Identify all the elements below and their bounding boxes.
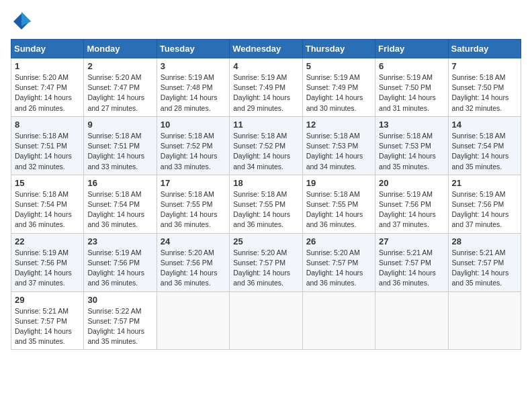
day-number: 19 [306,178,371,188]
calendar-cell: 8 Sunrise: 5:18 AMSunset: 7:51 PMDayligh… [11,116,84,175]
calendar-cell: 29 Sunrise: 5:21 AMSunset: 7:57 PMDaylig… [11,291,84,350]
day-number: 7 [452,61,517,71]
day-number: 21 [452,178,517,188]
day-detail: Sunrise: 5:18 AMSunset: 7:55 PMDaylight:… [161,190,218,229]
day-detail: Sunrise: 5:19 AMSunset: 7:50 PMDaylight:… [379,73,436,112]
day-detail: Sunrise: 5:18 AMSunset: 7:51 PMDaylight:… [15,132,72,171]
day-detail: Sunrise: 5:21 AMSunset: 7:57 PMDaylight:… [15,307,72,346]
calendar-cell [375,291,448,350]
day-detail: Sunrise: 5:18 AMSunset: 7:50 PMDaylight:… [452,73,509,112]
calendar-week-2: 8 Sunrise: 5:18 AMSunset: 7:51 PMDayligh… [11,116,521,175]
calendar-cell: 1 Sunrise: 5:20 AMSunset: 7:47 PMDayligh… [11,58,84,117]
logo [11,11,35,32]
calendar-cell: 23 Sunrise: 5:19 AMSunset: 7:56 PMDaylig… [84,233,157,291]
day-number: 12 [306,120,371,130]
day-number: 1 [15,61,80,71]
day-detail: Sunrise: 5:18 AMSunset: 7:55 PMDaylight:… [233,190,290,229]
day-number: 17 [161,178,226,188]
day-number: 25 [233,236,298,246]
calendar-cell: 20 Sunrise: 5:19 AMSunset: 7:56 PMDaylig… [375,175,448,233]
calendar-cell [157,291,229,350]
day-detail: Sunrise: 5:20 AMSunset: 7:56 PMDaylight:… [161,248,218,287]
day-number: 5 [306,61,371,71]
calendar-cell: 12 Sunrise: 5:18 AMSunset: 7:53 PMDaylig… [302,116,375,175]
calendar-header-sunday: Sunday [11,40,84,58]
day-detail: Sunrise: 5:18 AMSunset: 7:52 PMDaylight:… [233,132,290,171]
day-number: 29 [15,295,80,305]
day-detail: Sunrise: 5:19 AMSunset: 7:56 PMDaylight:… [379,190,436,229]
calendar-cell: 25 Sunrise: 5:20 AMSunset: 7:57 PMDaylig… [230,233,302,291]
day-number: 20 [379,178,444,188]
day-detail: Sunrise: 5:18 AMSunset: 7:55 PMDaylight:… [306,190,363,229]
calendar-cell [302,291,375,350]
calendar-cell: 15 Sunrise: 5:18 AMSunset: 7:54 PMDaylig… [11,175,84,233]
day-detail: Sunrise: 5:19 AMSunset: 7:49 PMDaylight:… [306,73,363,112]
calendar-cell: 10 Sunrise: 5:18 AMSunset: 7:52 PMDaylig… [157,116,229,175]
day-number: 2 [87,61,152,71]
calendar-cell: 14 Sunrise: 5:18 AMSunset: 7:54 PMDaylig… [448,116,521,175]
calendar-cell: 17 Sunrise: 5:18 AMSunset: 7:55 PMDaylig… [157,175,229,233]
calendar-week-5: 29 Sunrise: 5:21 AMSunset: 7:57 PMDaylig… [11,291,521,350]
calendar-cell: 3 Sunrise: 5:19 AMSunset: 7:48 PMDayligh… [157,58,229,117]
day-number: 30 [87,295,152,305]
calendar-cell: 16 Sunrise: 5:18 AMSunset: 7:54 PMDaylig… [84,175,157,233]
day-detail: Sunrise: 5:18 AMSunset: 7:51 PMDaylight:… [87,132,144,171]
day-detail: Sunrise: 5:20 AMSunset: 7:57 PMDaylight:… [306,248,363,287]
calendar-cell: 28 Sunrise: 5:21 AMSunset: 7:57 PMDaylig… [448,233,521,291]
day-number: 23 [87,236,152,246]
calendar-table: SundayMondayTuesdayWednesdayThursdayFrid… [11,39,521,350]
calendar-header-monday: Monday [84,40,157,58]
day-detail: Sunrise: 5:19 AMSunset: 7:56 PMDaylight:… [452,190,509,229]
day-detail: Sunrise: 5:19 AMSunset: 7:56 PMDaylight:… [87,248,144,287]
day-detail: Sunrise: 5:19 AMSunset: 7:56 PMDaylight:… [15,248,72,287]
calendar-cell: 26 Sunrise: 5:20 AMSunset: 7:57 PMDaylig… [302,233,375,291]
day-number: 26 [306,236,371,246]
calendar-cell: 18 Sunrise: 5:18 AMSunset: 7:55 PMDaylig… [230,175,302,233]
calendar-cell [230,291,302,350]
day-number: 14 [452,120,517,130]
calendar-cell: 27 Sunrise: 5:21 AMSunset: 7:57 PMDaylig… [375,233,448,291]
calendar-cell: 4 Sunrise: 5:19 AMSunset: 7:49 PMDayligh… [230,58,302,117]
calendar-cell: 9 Sunrise: 5:18 AMSunset: 7:51 PMDayligh… [84,116,157,175]
day-number: 16 [87,178,152,188]
day-number: 4 [233,61,298,71]
day-number: 9 [87,120,152,130]
calendar-cell: 30 Sunrise: 5:22 AMSunset: 7:57 PMDaylig… [84,291,157,350]
day-number: 8 [15,120,80,130]
calendar-week-3: 15 Sunrise: 5:18 AMSunset: 7:54 PMDaylig… [11,175,521,233]
logo-icon [11,11,32,32]
calendar-cell [448,291,521,350]
day-number: 24 [161,236,226,246]
calendar-header-tuesday: Tuesday [157,40,229,58]
day-detail: Sunrise: 5:21 AMSunset: 7:57 PMDaylight:… [379,248,436,287]
day-number: 15 [15,178,80,188]
day-detail: Sunrise: 5:18 AMSunset: 7:54 PMDaylight:… [87,190,144,229]
day-detail: Sunrise: 5:21 AMSunset: 7:57 PMDaylight:… [452,248,509,287]
day-detail: Sunrise: 5:20 AMSunset: 7:47 PMDaylight:… [15,73,72,112]
calendar-cell: 5 Sunrise: 5:19 AMSunset: 7:49 PMDayligh… [302,58,375,117]
day-number: 6 [379,61,444,71]
calendar-cell: 22 Sunrise: 5:19 AMSunset: 7:56 PMDaylig… [11,233,84,291]
day-number: 27 [379,236,444,246]
calendar-cell: 13 Sunrise: 5:18 AMSunset: 7:53 PMDaylig… [375,116,448,175]
calendar-header-wednesday: Wednesday [230,40,302,58]
calendar-header-friday: Friday [375,40,448,58]
day-detail: Sunrise: 5:18 AMSunset: 7:53 PMDaylight:… [379,132,436,171]
day-number: 3 [161,61,226,71]
day-detail: Sunrise: 5:20 AMSunset: 7:57 PMDaylight:… [233,248,290,287]
day-number: 18 [233,178,298,188]
calendar-week-1: 1 Sunrise: 5:20 AMSunset: 7:47 PMDayligh… [11,58,521,117]
day-detail: Sunrise: 5:18 AMSunset: 7:54 PMDaylight:… [15,190,72,229]
calendar-cell: 2 Sunrise: 5:20 AMSunset: 7:47 PMDayligh… [84,58,157,117]
day-detail: Sunrise: 5:19 AMSunset: 7:48 PMDaylight:… [161,73,218,112]
calendar-week-4: 22 Sunrise: 5:19 AMSunset: 7:56 PMDaylig… [11,233,521,291]
day-number: 11 [233,120,298,130]
calendar-header-thursday: Thursday [302,40,375,58]
calendar-cell: 7 Sunrise: 5:18 AMSunset: 7:50 PMDayligh… [448,58,521,117]
day-number: 22 [15,236,80,246]
page-header [11,11,521,32]
calendar-cell: 11 Sunrise: 5:18 AMSunset: 7:52 PMDaylig… [230,116,302,175]
calendar-cell: 24 Sunrise: 5:20 AMSunset: 7:56 PMDaylig… [157,233,229,291]
day-detail: Sunrise: 5:18 AMSunset: 7:54 PMDaylight:… [452,132,509,171]
day-number: 13 [379,120,444,130]
